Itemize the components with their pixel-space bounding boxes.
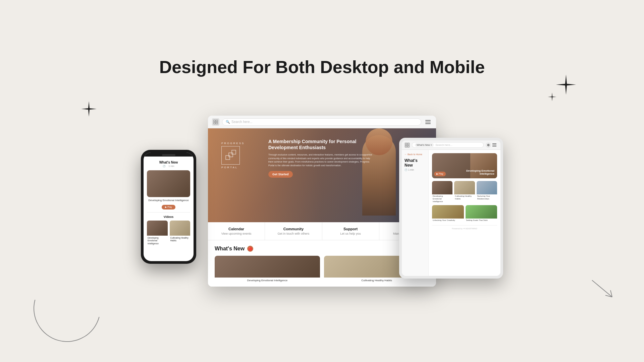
tablet-card-cult[interactable]: Cultivating Healthy Habits	[454, 181, 475, 203]
phone-cult-thumbnail	[170, 221, 191, 236]
tablet-card-creative[interactable]: Unlocking Your Creativity	[432, 205, 464, 223]
hero-logo-box	[221, 146, 240, 165]
svg-rect-10	[408, 145, 409, 147]
browser-search-bar[interactable]: 🔍 Search here...	[222, 118, 421, 126]
svg-rect-4	[226, 156, 230, 160]
svg-rect-3	[216, 122, 218, 124]
tablet-search-placeholder: Search here...	[435, 143, 452, 146]
page-title: Designed For Both Desktop and Mobile	[159, 57, 485, 77]
sparkle-decoration-left	[80, 101, 97, 119]
hero-text-content: A Membership Community for Personal Deve…	[268, 138, 376, 178]
whats-new-cards: Developing Emotional Intelligence Cultiv…	[215, 256, 429, 283]
tablet-page-title: What's New	[405, 158, 426, 168]
phone-dev-thumbnail	[147, 221, 168, 236]
nav-calendar-sub: View upcoming events	[211, 232, 261, 235]
nav-calendar-title: Calendar	[211, 227, 261, 231]
svg-rect-0	[214, 120, 215, 122]
browser-menu-button[interactable]	[424, 118, 432, 126]
tablet-search-area[interactable]: What's New × Search here...	[412, 142, 484, 148]
browser-logo	[212, 118, 219, 126]
whats-new-header: What's New 🔴	[215, 246, 429, 252]
phone-hero-card	[147, 170, 190, 197]
tablet-video-grid-row2: Unlocking Your Creativity Setting Goals …	[432, 205, 497, 223]
tablet-content-area: ← Back to Home What's New 🕐 1 min Develo…	[402, 150, 500, 276]
search-placeholder-text: Search here...	[231, 120, 253, 124]
nav-community[interactable]: Community Get in touch with others	[265, 222, 322, 240]
search-icon: 🔍	[226, 120, 230, 124]
svg-rect-1	[216, 120, 218, 122]
get-started-button[interactable]: Get Started	[268, 171, 293, 178]
tablet-back-link[interactable]: ← Back to Home	[405, 153, 426, 156]
nav-support[interactable]: Support Let us help you	[322, 222, 379, 240]
nav-community-sub: Get in touch with others	[268, 232, 318, 235]
tablet-action-icons: ⚙	[486, 142, 498, 148]
phone-videos-label: Videos	[147, 215, 190, 219]
tablet-sidebar: ← Back to Home What's New 🕐 1 min	[402, 150, 429, 276]
hero-logo-bottom-text: PORTAL	[221, 166, 245, 169]
nav-support-title: Support	[326, 227, 376, 231]
tablet-menu-icon[interactable]	[492, 142, 498, 148]
hero-description: Through exclusive content, resources, an…	[268, 153, 376, 167]
svg-rect-9	[405, 145, 407, 147]
tablet-card-goals[interactable]: Setting Goals That Stick	[466, 205, 497, 223]
hero-title: A Membership Community for Personal Deve…	[268, 138, 376, 150]
tablet-play-button[interactable]: ▶ Play	[434, 172, 446, 176]
decorative-curve	[21, 262, 113, 354]
tablet-footer: Powered by ✦ HEARTMIND	[432, 225, 497, 231]
phone-whats-new-title: What's New	[147, 161, 190, 164]
hero-logo-top-text: PROGRESS	[221, 142, 245, 145]
tablet-toolbar: What's New × Search here... ⚙	[402, 140, 500, 150]
phone-dev-label: Developing Emotional Intelligence	[147, 236, 168, 246]
phone-content-area: What's New 🕐 1 min Developing Emotional …	[144, 157, 194, 250]
mobile-phone-mockup: What's New 🕐 1 min Developing Emotional …	[141, 150, 196, 264]
phone-card-title: Developing Emotional Intelligence	[147, 199, 190, 202]
phone-video-grid: Developing Emotional Intelligence Cultiv…	[147, 221, 190, 246]
tablet-mockup: What's New × Search here... ⚙ ← Back to …	[399, 138, 503, 279]
phone-cult-label: Cultivating Healthy Habits	[170, 236, 191, 243]
tablet-meta: 🕐 1 min	[405, 169, 426, 171]
svg-rect-5	[229, 153, 233, 157]
svg-rect-7	[405, 143, 407, 145]
svg-rect-6	[232, 150, 236, 154]
phone-card-cult[interactable]: Cultivating Healthy Habits	[170, 221, 191, 246]
tablet-featured-card[interactable]: Developing Emotional Intelligence ▶ Play	[432, 153, 497, 178]
svg-rect-2	[214, 122, 215, 124]
tablet-screen: What's New × Search here... ⚙ ← Back to …	[402, 140, 500, 276]
phone-time-meta: 1 min	[168, 165, 174, 168]
whats-new-title: What's New	[215, 246, 245, 252]
new-badge: 🔴	[247, 246, 253, 252]
nav-calendar[interactable]: Calendar View upcoming events	[208, 222, 265, 240]
sparkle-decoration-right-small	[547, 92, 557, 103]
card-dev-emotional[interactable]: Developing Emotional Intelligence	[215, 256, 320, 283]
phone-meta-info: 🕐 1 min	[147, 165, 190, 168]
tablet-logo	[405, 142, 410, 148]
phone-play-button[interactable]: ▶ Play	[162, 205, 175, 209]
card-dev-thumbnail	[215, 256, 320, 278]
phone-clock-icon: 🕐	[163, 165, 166, 168]
hero-logo: PROGRESS PORTAL	[221, 142, 245, 169]
sparkle-decoration-right-large	[555, 74, 577, 97]
tablet-search-tag: What's New ×	[415, 143, 434, 147]
svg-rect-8	[408, 143, 409, 145]
devices-showcase: 🔍 Search here... PROGRESS	[138, 97, 506, 305]
tablet-main-content: Developing Emotional Intelligence ▶ Play…	[429, 150, 500, 276]
phone-screen: What's New 🕐 1 min Developing Emotional …	[144, 153, 194, 261]
browser-toolbar: 🔍 Search here...	[208, 116, 436, 128]
tablet-settings-icon[interactable]: ⚙	[486, 142, 491, 148]
phone-divider	[147, 212, 190, 213]
tablet-card-dev[interactable]: Developing Emotional Intelligence	[432, 181, 452, 203]
tablet-featured-title: Developing Emotional Intelligence	[464, 169, 494, 176]
tablet-video-grid-row1: Developing Emotional Intelligence Cultiv…	[432, 181, 497, 203]
decorative-arrow	[589, 277, 619, 312]
nav-community-title: Community	[268, 227, 318, 231]
tablet-card-nurture[interactable]: Nurturing Your Relationships	[477, 181, 497, 203]
phone-card-dev[interactable]: Developing Emotional Intelligence	[147, 221, 168, 246]
card-dev-label: Developing Emotional Intelligence	[215, 278, 320, 283]
nav-support-sub: Let us help you	[326, 232, 376, 235]
